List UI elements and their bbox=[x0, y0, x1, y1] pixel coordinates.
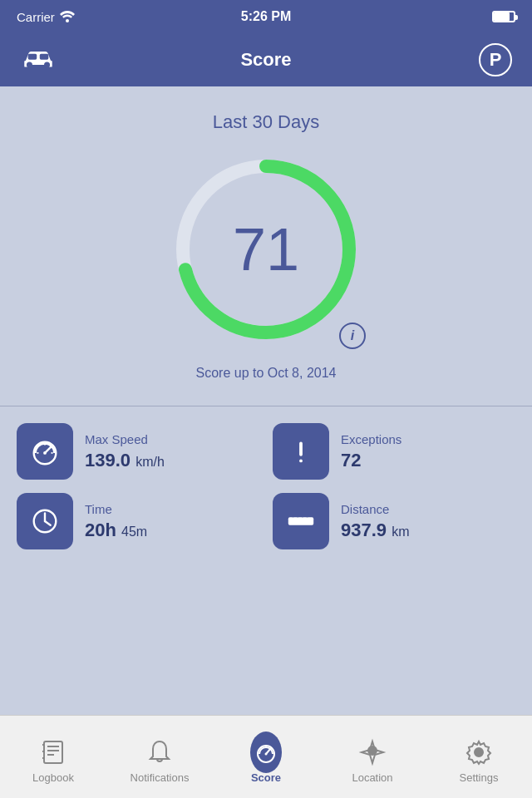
nav-title: Score bbox=[240, 49, 291, 71]
logbook-icon bbox=[37, 736, 69, 768]
status-time: 5:26 PM bbox=[241, 9, 291, 24]
stat-card-time: Time 20h 45m bbox=[17, 493, 259, 549]
tab-score-label: Score bbox=[251, 771, 281, 784]
svg-rect-1 bbox=[28, 54, 37, 60]
time-label: Time bbox=[85, 502, 147, 516]
tab-notifications[interactable]: Notifications bbox=[106, 730, 213, 784]
carrier-label: Carrier bbox=[17, 10, 55, 24]
tab-logbook-label: Logbook bbox=[32, 771, 74, 784]
tab-settings[interactable]: Settings bbox=[426, 730, 532, 784]
status-bar: Carrier 5:26 PM bbox=[0, 0, 532, 33]
time-info: Time 20h 45m bbox=[85, 502, 147, 541]
clock-icon bbox=[29, 505, 61, 537]
exceptions-label: Exceptions bbox=[341, 432, 401, 446]
main-content: Last 30 Days 71 i Score up to Oct 8, 201… bbox=[0, 86, 532, 566]
tab-bar: Logbook Notifications Score bbox=[0, 715, 532, 798]
score-tab-icon bbox=[250, 736, 282, 768]
max-speed-info: Max Speed 139.0 km/h bbox=[85, 432, 165, 471]
exceptions-icon-box bbox=[273, 423, 329, 480]
stat-card-distance: Distance 937.9 km bbox=[273, 493, 515, 549]
svg-rect-14 bbox=[299, 460, 303, 463]
svg-rect-23 bbox=[44, 741, 62, 763]
tab-logbook[interactable]: Logbook bbox=[0, 730, 106, 784]
battery-icon bbox=[492, 11, 515, 22]
svg-point-0 bbox=[66, 19, 69, 22]
time-value: 20h 45m bbox=[85, 520, 147, 541]
max-speed-value: 139.0 km/h bbox=[85, 450, 165, 471]
distance-value: 937.9 km bbox=[341, 520, 410, 541]
divider bbox=[0, 406, 532, 406]
svg-point-9 bbox=[43, 451, 47, 455]
nav-bar: Score P bbox=[0, 33, 532, 86]
speedometer-icon bbox=[29, 436, 61, 467]
svg-rect-13 bbox=[299, 442, 303, 456]
stat-card-exceptions: Exceptions 72 bbox=[273, 423, 515, 480]
svg-rect-18 bbox=[288, 517, 313, 525]
svg-point-3 bbox=[27, 62, 32, 67]
svg-line-17 bbox=[45, 521, 51, 525]
tab-notifications-label: Notifications bbox=[131, 771, 190, 784]
score-date: Score up to Oct 8, 2014 bbox=[196, 366, 337, 381]
location-icon bbox=[357, 736, 388, 768]
battery-container bbox=[492, 11, 515, 22]
score-value: 71 bbox=[233, 215, 299, 283]
tab-score[interactable]: Score bbox=[213, 730, 319, 784]
max-speed-icon-box bbox=[17, 423, 73, 480]
car-icon bbox=[20, 40, 57, 80]
carrier-wifi: Carrier bbox=[17, 10, 75, 24]
time-icon-box bbox=[17, 493, 73, 549]
svg-point-32 bbox=[265, 753, 268, 756]
info-icon[interactable]: i bbox=[339, 323, 366, 349]
settings-icon bbox=[463, 736, 495, 768]
svg-point-4 bbox=[44, 62, 50, 67]
svg-point-34 bbox=[475, 748, 483, 756]
score-section: Last 30 Days 71 i Score up to Oct 8, 201… bbox=[0, 103, 532, 397]
tab-settings-label: Settings bbox=[460, 771, 499, 784]
stats-grid: Max Speed 139.0 km/h Exceptions 72 bbox=[0, 415, 532, 558]
tab-location[interactable]: Location bbox=[319, 730, 426, 784]
score-speedometer-icon bbox=[254, 740, 278, 765]
stat-card-max-speed: Max Speed 139.0 km/h bbox=[17, 423, 259, 480]
wifi-icon bbox=[60, 11, 75, 22]
distance-icon-box bbox=[273, 493, 329, 549]
tab-location-label: Location bbox=[352, 771, 392, 784]
donut-chart: 71 i bbox=[166, 150, 366, 349]
exceptions-value: 72 bbox=[341, 450, 401, 471]
parking-icon[interactable]: P bbox=[479, 43, 512, 76]
notifications-icon bbox=[144, 736, 175, 768]
distance-info: Distance 937.9 km bbox=[341, 502, 410, 541]
exceptions-info: Exceptions 72 bbox=[341, 432, 401, 471]
period-label: Last 30 Days bbox=[213, 111, 319, 133]
max-speed-label: Max Speed bbox=[85, 432, 165, 446]
svg-rect-2 bbox=[40, 54, 49, 60]
exclamation-icon bbox=[285, 436, 317, 467]
distance-label: Distance bbox=[341, 502, 410, 516]
ruler-icon bbox=[285, 505, 317, 537]
